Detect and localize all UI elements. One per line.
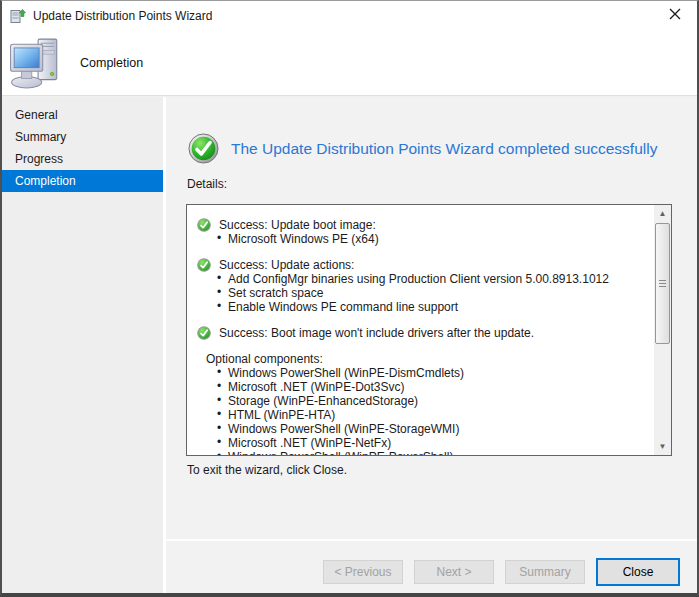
details-line: •Windows PowerShell (WinPE-PowerShell) xyxy=(187,450,654,455)
success-banner: The Update Distribution Points Wizard co… xyxy=(188,133,657,164)
sidebar-item-general[interactable]: General xyxy=(2,104,163,126)
details-line-text: Success: Boot image won't include driver… xyxy=(219,326,534,340)
details-line: Success: Boot image won't include driver… xyxy=(187,326,654,340)
success-check-icon xyxy=(197,258,211,272)
details-line: •Microsoft .NET (WinPE-NetFx) xyxy=(187,436,654,450)
bullet-icon: • xyxy=(217,379,221,393)
computer-icon xyxy=(9,36,63,90)
bullet-icon: • xyxy=(217,271,221,285)
window-title: Update Distribution Points Wizard xyxy=(33,9,212,23)
bullet-icon: • xyxy=(217,435,221,449)
details-line-text: Microsoft .NET (WinPE-NetFx) xyxy=(228,436,391,450)
close-button[interactable]: Close xyxy=(596,558,680,586)
scroll-thumb[interactable] xyxy=(655,223,670,344)
details-line-text: Windows PowerShell (WinPE-DismCmdlets) xyxy=(228,366,464,380)
details-spacer xyxy=(187,340,654,352)
update-distribution-wizard-icon xyxy=(10,8,26,24)
close-icon xyxy=(668,7,682,24)
details-line: •Microsoft .NET (WinPE-Dot3Svc) xyxy=(187,380,654,394)
details-line: •Storage (WinPE-EnhancedStorage) xyxy=(187,394,654,408)
details-line: Optional components: xyxy=(187,352,654,366)
details-list: Success: Update boot image:•Microsoft Wi… xyxy=(187,205,654,455)
footer-separator xyxy=(166,539,697,541)
details-line-text: Success: Update boot image: xyxy=(219,218,376,232)
bullet-icon: • xyxy=(217,421,221,435)
details-line-text: HTML (WinPE-HTA) xyxy=(228,408,335,422)
sidebar-item-summary[interactable]: Summary xyxy=(2,126,163,148)
details-spacer xyxy=(187,314,654,326)
details-spacer xyxy=(187,246,654,258)
details-line-text: Set scratch space xyxy=(228,286,323,300)
details-line: •Add ConfigMgr binaries using Production… xyxy=(187,272,654,286)
bullet-icon: • xyxy=(217,449,221,455)
completion-heading: The Update Distribution Points Wizard co… xyxy=(231,140,657,158)
details-line-text: Enable Windows PE command line support xyxy=(228,300,458,314)
details-line: •Windows PowerShell (WinPE-StorageWMI) xyxy=(187,422,654,436)
details-label: Details: xyxy=(187,177,227,191)
details-line-text: Windows PowerShell (WinPE-PowerShell) xyxy=(228,450,453,455)
details-line: Success: Update actions: xyxy=(187,258,654,272)
wizard-body: GeneralSummaryProgressCompletion xyxy=(2,97,697,593)
details-line: •Microsoft Windows PE (x64) xyxy=(187,232,654,246)
bullet-icon: • xyxy=(217,407,221,421)
wizard-window: Update Distribution Points Wizard xyxy=(0,0,699,597)
details-line-text: Success: Update actions: xyxy=(219,258,354,272)
details-line: Success: Update boot image: xyxy=(187,218,654,232)
bullet-icon: • xyxy=(217,365,221,379)
details-line-text: Microsoft Windows PE (x64) xyxy=(228,232,379,246)
bullet-icon: • xyxy=(217,285,221,299)
details-box: Success: Update boot image:•Microsoft Wi… xyxy=(186,204,672,456)
sidebar-item-completion[interactable]: Completion xyxy=(2,170,163,192)
success-check-icon xyxy=(188,133,219,164)
details-line-text: Add ConfigMgr binaries using Production … xyxy=(228,272,609,286)
sidebar-nav: GeneralSummaryProgressCompletion xyxy=(2,97,163,593)
wizard-header: Completion xyxy=(2,31,697,96)
details-line: •Windows PowerShell (WinPE-DismCmdlets) xyxy=(187,366,654,380)
content-panel: The Update Distribution Points Wizard co… xyxy=(166,97,697,593)
close-button[interactable] xyxy=(652,1,697,30)
exit-hint: To exit the wizard, click Close. xyxy=(187,463,347,477)
button-bar: < PreviousNext >SummaryClose xyxy=(323,558,680,586)
step-title: Completion xyxy=(80,56,143,70)
previous-button[interactable]: < Previous xyxy=(323,560,403,584)
next-button[interactable]: Next > xyxy=(414,560,494,584)
scroll-up-icon[interactable]: ▲ xyxy=(654,205,671,222)
bullet-icon: • xyxy=(217,231,221,245)
details-line-text: Microsoft .NET (WinPE-Dot3Svc) xyxy=(228,380,404,394)
scroll-down-icon[interactable]: ▼ xyxy=(654,438,671,455)
details-line-text: Storage (WinPE-EnhancedStorage) xyxy=(228,394,418,408)
details-line-text: Windows PowerShell (WinPE-StorageWMI) xyxy=(228,422,459,436)
bullet-icon: • xyxy=(217,393,221,407)
title-bar: Update Distribution Points Wizard xyxy=(2,1,697,31)
sidebar-item-progress[interactable]: Progress xyxy=(2,148,163,170)
details-line: •Enable Windows PE command line support xyxy=(187,300,654,314)
success-check-icon xyxy=(197,218,211,232)
summary-button[interactable]: Summary xyxy=(505,560,585,584)
success-check-icon xyxy=(197,326,211,340)
details-line: •Set scratch space xyxy=(187,286,654,300)
details-line: •HTML (WinPE-HTA) xyxy=(187,408,654,422)
bullet-icon: • xyxy=(217,299,221,313)
scrollbar-vertical[interactable]: ▲ ▼ xyxy=(654,205,671,455)
